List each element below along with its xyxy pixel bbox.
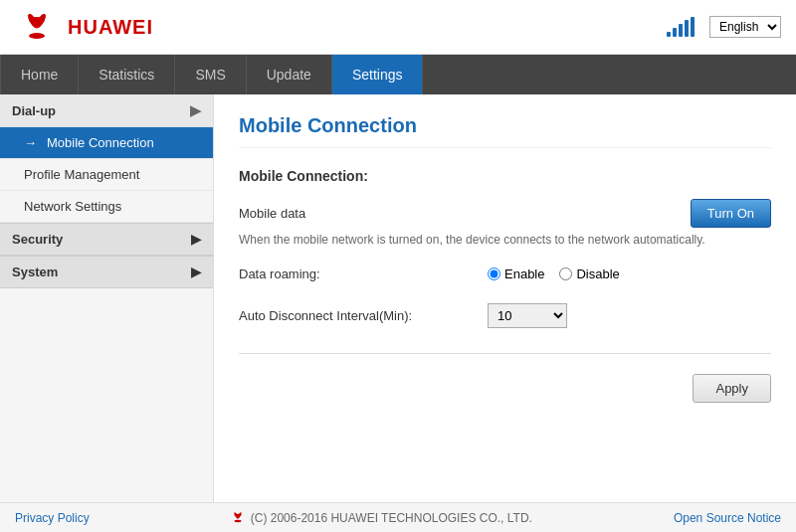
footer-center: (C) 2006-2016 HUAWEI TECHNOLOGIES CO., L…: [231, 511, 532, 525]
divider: [239, 353, 771, 354]
top-right: English 中文: [667, 16, 781, 38]
section-title: Mobile Connection:: [239, 168, 771, 184]
data-roaming-label: Data roaming:: [239, 266, 488, 281]
sidebar-group-security-label: Security: [12, 232, 63, 247]
open-source-link[interactable]: Open Source Notice: [674, 511, 781, 525]
roaming-enable-text: Enable: [504, 266, 544, 281]
nav-update[interactable]: Update: [247, 55, 332, 94]
data-roaming-options: Enable Disable: [488, 266, 771, 281]
apply-button[interactable]: Apply: [693, 374, 771, 403]
nav-home[interactable]: Home: [0, 55, 79, 94]
sidebar-item-profile-management-label: Profile Management: [24, 167, 139, 182]
sidebar-group-security[interactable]: Security ▶: [0, 223, 213, 256]
signal-bar-3: [679, 24, 683, 37]
page-title: Mobile Connection: [239, 114, 771, 148]
sidebar-group-system[interactable]: System ▶: [0, 256, 213, 288]
security-arrow-icon: ▶: [191, 232, 201, 247]
privacy-policy-link[interactable]: Privacy Policy: [15, 511, 90, 525]
top-bar: HUAWEI English 中文: [0, 0, 796, 55]
sidebar-group-dialup-label: Dial-up: [12, 103, 56, 118]
footer: Privacy Policy (C) 2006-2016 HUAWEI TECH…: [0, 502, 796, 532]
mobile-data-label: Mobile data: [239, 206, 488, 221]
huawei-logo: [15, 10, 60, 45]
nav-sms[interactable]: SMS: [175, 55, 246, 94]
signal-bar-5: [691, 17, 695, 37]
copyright-text: (C) 2006-2016 HUAWEI TECHNOLOGIES CO., L…: [251, 511, 532, 525]
data-roaming-row: Data roaming: Enable Disable: [239, 262, 771, 286]
signal-icon: [667, 17, 695, 37]
signal-bar-2: [673, 28, 677, 37]
sidebar: Dial-up ▶ Mobile Connection Profile Mana…: [0, 94, 214, 502]
roaming-enable-label[interactable]: Enable: [488, 266, 544, 281]
mobile-data-row: Mobile data Turn On: [239, 199, 771, 228]
logo-area: HUAWEI: [15, 10, 153, 45]
hint-text: When the mobile network is turned on, th…: [239, 233, 771, 247]
sidebar-item-network-settings[interactable]: Network Settings: [0, 191, 213, 223]
sidebar-item-profile-management[interactable]: Profile Management: [0, 159, 213, 191]
turn-on-button[interactable]: Turn On: [691, 199, 771, 228]
sidebar-item-mobile-connection-label: Mobile Connection: [47, 135, 154, 150]
language-select[interactable]: English 中文: [709, 16, 781, 38]
roaming-disable-text: Disable: [576, 266, 619, 281]
nav-settings[interactable]: Settings: [332, 55, 424, 94]
system-arrow-icon: ▶: [191, 265, 201, 279]
nav-bar: Home Statistics SMS Update Settings: [0, 55, 796, 94]
sidebar-group-system-label: System: [12, 265, 58, 279]
sidebar-group-dialup[interactable]: Dial-up ▶: [0, 94, 213, 127]
signal-bar-1: [667, 32, 671, 37]
interval-row: Auto Disconnect Interval(Min): 10 15 20 …: [239, 298, 771, 333]
apply-row: Apply: [239, 374, 771, 403]
main-layout: Dial-up ▶ Mobile Connection Profile Mana…: [0, 94, 796, 502]
dialup-arrow-icon: ▶: [190, 102, 201, 118]
sidebar-item-network-settings-label: Network Settings: [24, 199, 121, 214]
roaming-disable-label[interactable]: Disable: [559, 266, 619, 281]
interval-control: 10 15 20 30 Never: [488, 303, 771, 328]
svg-point-8: [234, 513, 241, 515]
content-area: Mobile Connection Mobile Connection: Mob…: [214, 94, 796, 502]
huawei-footer-logo: [231, 512, 245, 524]
sidebar-item-mobile-connection[interactable]: Mobile Connection: [0, 127, 213, 159]
svg-point-9: [234, 519, 241, 521]
nav-statistics[interactable]: Statistics: [79, 55, 175, 94]
roaming-enable-radio[interactable]: [488, 267, 500, 280]
signal-bar-4: [685, 20, 689, 37]
roaming-disable-radio[interactable]: [559, 267, 572, 280]
interval-label: Auto Disconnect Interval(Min):: [239, 308, 488, 323]
brand-name: HUAWEI: [68, 16, 153, 39]
interval-select[interactable]: 10 15 20 30 Never: [488, 303, 567, 328]
svg-point-3: [29, 33, 45, 39]
